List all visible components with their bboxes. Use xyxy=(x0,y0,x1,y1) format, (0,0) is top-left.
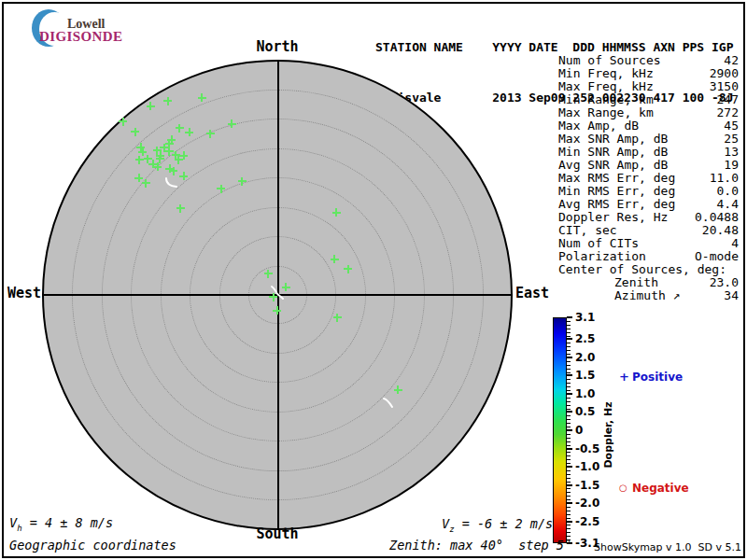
source-marker xyxy=(135,156,144,164)
stat-value: 42 xyxy=(724,54,739,67)
colorbar-tick-label: 0.5 xyxy=(575,405,595,418)
label-east: East xyxy=(515,285,549,301)
colorbar-tick-label: -0.5 xyxy=(575,442,599,455)
source-marker xyxy=(238,177,247,186)
stats-row: Min Range, km247 xyxy=(558,93,739,106)
stat-label: Zenith xyxy=(614,276,658,289)
legend-positive: +Positive xyxy=(619,370,683,384)
stats-row: Max RMS Err, deg11.0 xyxy=(558,172,739,185)
stats-row: Avg SNR Amp, dB19 xyxy=(558,159,739,172)
vertical-velocity-label: Vz = -6 ± 2 m/s xyxy=(442,516,553,534)
colorbar-major-tick xyxy=(567,521,572,523)
colorbar-tick-label: 1.5 xyxy=(575,369,595,382)
colorbar-major-tick xyxy=(567,357,572,358)
stat-label: Min Freq, kHz xyxy=(558,67,654,80)
circle-marker-icon: ○ xyxy=(619,483,632,493)
stats-panel: Num of Sources42Min Freq, kHz2900Max Fre… xyxy=(558,54,739,302)
source-marker xyxy=(198,93,206,102)
source-marker xyxy=(179,172,188,180)
stat-value: 25 xyxy=(724,133,739,146)
source-marker xyxy=(176,204,185,213)
colorbar-major-tick xyxy=(567,393,572,395)
source-marker xyxy=(169,167,177,175)
stats-row: PolarizationO-mode xyxy=(558,250,739,263)
stats-row: Min SNR Amp, dB13 xyxy=(558,146,739,159)
stat-label: Azimuth ↗ xyxy=(614,289,680,302)
colorbar-major-tick xyxy=(567,374,572,376)
colorbar-tick-label: 2.0 xyxy=(575,351,595,364)
source-marker xyxy=(394,385,402,394)
stats-row: Num of Sources42 xyxy=(558,54,739,67)
source-marker xyxy=(147,102,155,110)
colorbar-major-tick xyxy=(567,316,572,318)
colorbar-tick-label: -2.0 xyxy=(575,497,599,510)
logo-digisonde-text: DIGISONDE xyxy=(39,29,122,45)
stats-row: Doppler Res, Hz0.0488 xyxy=(558,211,739,224)
legend-positive-label: Positive xyxy=(632,371,683,384)
colorbar-major-tick xyxy=(567,429,572,431)
stat-label: CIT, sec xyxy=(558,224,617,237)
zenith-range-note: Zenith: max 40° step 5° xyxy=(389,538,571,553)
colorbar-major-tick xyxy=(567,502,572,504)
stats-row: Min RMS Err, deg0.0 xyxy=(558,185,739,198)
stat-label: Max Freq, kHz xyxy=(558,80,654,93)
stat-label: Min Range, km xyxy=(558,93,654,106)
stat-label: Avg SNR Amp, dB xyxy=(558,159,668,172)
lowell-digisonde-logo: Lowell DIGISONDE xyxy=(28,7,224,47)
source-marker xyxy=(269,293,277,301)
stat-label: Doppler Res, Hz xyxy=(558,211,668,224)
plus-marker-icon: + xyxy=(619,370,632,384)
stat-value: 20.48 xyxy=(702,224,739,237)
source-marker xyxy=(333,314,342,322)
stat-value: 4.4 xyxy=(717,198,739,211)
stat-value: 3150 xyxy=(710,80,739,93)
stat-value: 45 xyxy=(724,119,739,133)
colorbar-tick-label: -1.0 xyxy=(575,460,599,473)
doppler-colorbar xyxy=(553,317,567,543)
label-north: North xyxy=(256,38,298,55)
stat-value: 0.0 xyxy=(717,185,739,198)
colorbar-major-tick xyxy=(567,448,572,450)
stats-row: Max SNR Amp, dB25 xyxy=(558,133,739,146)
source-marker xyxy=(228,119,236,128)
legend-negative: ○Negative xyxy=(619,482,689,495)
source-marker xyxy=(160,144,168,152)
label-west: West xyxy=(2,285,41,301)
source-marker xyxy=(217,185,225,193)
source-marker xyxy=(176,124,184,133)
colorbar-title: Doppler, Hz xyxy=(602,401,614,468)
horizontal-velocity-label: Vh = 4 ± 8 m/s xyxy=(9,515,113,533)
coordinates-note: Geographic coordinates xyxy=(9,538,176,553)
stat-label: Num of Sources xyxy=(558,54,661,67)
stat-value: 19 xyxy=(724,159,739,172)
stat-label: Max SNR Amp, dB xyxy=(558,133,668,146)
stats-row: Max Range, km272 xyxy=(558,106,739,119)
stat-value: 23.0 xyxy=(710,276,739,289)
stats-row: Num of CITs4 xyxy=(558,237,739,250)
label-south: South xyxy=(256,525,298,542)
stat-label: Min RMS Err, deg xyxy=(558,185,675,198)
stat-value: 13 xyxy=(724,146,739,159)
source-marker xyxy=(185,128,193,136)
stat-label: Max Range, km xyxy=(558,106,654,119)
source-marker xyxy=(119,118,127,126)
stat-value: 34 xyxy=(724,289,739,302)
legend-negative-label: Negative xyxy=(632,482,689,495)
colorbar-tick-label: 0 xyxy=(575,424,583,437)
stats-row: Min Freq, kHz2900 xyxy=(558,67,739,80)
colorbar-tick-label: 2.5 xyxy=(575,332,595,345)
stat-label: Polarization xyxy=(558,250,646,263)
source-marker xyxy=(331,255,339,263)
version-text: ShowSkymap v 1.0 SD v 5.1 xyxy=(594,541,741,553)
showskymap-window: { "logo": {"line1": "Lowell", "line2": "… xyxy=(0,0,747,560)
stat-label: Max Amp, dB xyxy=(558,119,639,133)
source-marker xyxy=(206,130,215,138)
source-marker xyxy=(344,265,352,273)
stats-row: Zenith23.0 xyxy=(558,276,739,289)
stat-value: 247 xyxy=(717,93,739,106)
source-marker xyxy=(153,162,162,171)
source-marker xyxy=(163,97,172,105)
stat-label: Num of CITs xyxy=(558,237,639,250)
stat-value: 272 xyxy=(717,106,739,119)
source-marker xyxy=(142,179,150,188)
